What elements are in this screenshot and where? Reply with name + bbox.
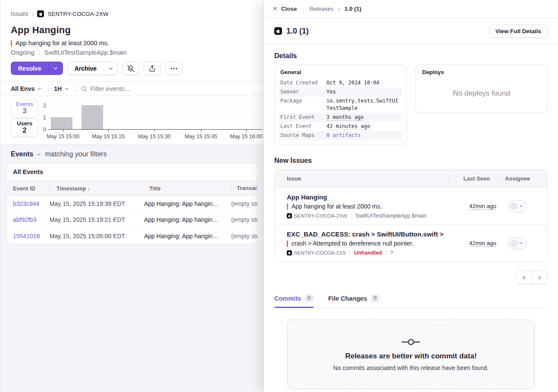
search-icon — [81, 86, 87, 92]
breadcrumb-issues-link[interactable]: Issues — [11, 10, 28, 17]
x-tick — [108, 130, 109, 132]
x-tick — [63, 130, 63, 132]
y-tick-label: 0 — [40, 127, 46, 133]
package-value: io.sentry.tests.SwiftUITestSample — [326, 97, 401, 112]
tab-commits[interactable]: Commits 0 — [274, 294, 313, 307]
deploys-card: Deploys No deploys found — [415, 64, 548, 113]
semver-value: Yes — [326, 88, 401, 96]
resolve-button[interactable]: Resolve — [11, 62, 49, 75]
x-tick — [246, 130, 247, 132]
time-range-selector[interactable]: 1H — [54, 85, 69, 92]
x-tick-label: May 15 15:30 — [138, 134, 171, 140]
assignee-dropdown[interactable] — [508, 237, 527, 249]
details-heading: Details — [274, 52, 548, 60]
issue-details-pane: Issues › SENTRY-COCOA-2XW App Hanging Ap… — [0, 0, 263, 392]
event-row[interactable]: 15541018 May 15, 2025 15:05:00 EDT App H… — [7, 228, 257, 244]
divider — [303, 6, 304, 12]
event-row[interactable]: b323c944 May 15, 2025 15:19:39 EDT App H… — [7, 196, 257, 212]
breadcrumb: Issues › SENTRY-COCOA-2XW — [11, 10, 253, 17]
release-detail-panel: ✕ Close Releases › 1.0 (1) 1.0 (1) View … — [263, 0, 558, 392]
previous-page-button[interactable] — [516, 271, 532, 284]
column-last-seen: Last Seen — [448, 175, 490, 182]
chevron-right-icon — [537, 275, 542, 280]
event-id-link[interactable]: abf92fb3 — [7, 216, 50, 223]
event-timestamp: May 15, 2025 15:05:00 EDT — [50, 233, 144, 240]
detail-row: Last Event 42 minutes ago — [279, 122, 402, 131]
chevron-down-icon — [53, 65, 59, 72]
tab-file-changes[interactable]: File Changes 0 — [328, 294, 379, 307]
users-count-toggle[interactable]: Users 2 — [11, 118, 38, 137]
detail-row: Source Maps 0 artifacts — [279, 131, 402, 140]
deploys-empty-message: No deploys found — [421, 78, 542, 108]
issue-message: crash > Attempted to dereference null po… — [292, 240, 414, 247]
events-count-toggle[interactable]: Events 3 — [11, 99, 38, 118]
x-tick-label: May 15 15:00 — [47, 134, 79, 140]
view-full-details-button[interactable]: View Full Details — [489, 25, 548, 38]
breadcrumb-short-id[interactable]: SENTRY-COCOA-2XW — [47, 11, 108, 17]
commits-count-badge: 0 — [304, 294, 313, 302]
divider — [39, 50, 40, 56]
column-title: Title — [149, 185, 161, 192]
environment-selector[interactable]: All Envs — [11, 85, 42, 92]
x-tick — [201, 130, 201, 132]
more-actions-button[interactable]: ⋯ — [165, 62, 182, 75]
bar-chart[interactable]: 2 1 0 May 15 15:00 May 15 15:15 May 15 1… — [48, 106, 263, 130]
empty-state-subtitle: No commits associated with this release … — [333, 364, 489, 371]
assignee-dropdown[interactable] — [508, 200, 527, 212]
event-id-link[interactable]: 15541018 — [7, 233, 50, 240]
event-id-link[interactable]: b323c944 — [7, 200, 50, 207]
detail-row: First Event 3 months ago — [279, 113, 402, 122]
sort-desc-icon: ↓ — [87, 185, 90, 192]
share-button[interactable] — [144, 62, 161, 75]
empty-state-title: Releases are better with commit data! — [345, 352, 476, 361]
file-changes-count-badge: 0 — [370, 294, 379, 302]
chevron-right-icon: › — [31, 11, 34, 17]
apple-platform-icon — [274, 27, 282, 35]
apple-platform-icon — [287, 213, 292, 218]
panel-breadcrumb-releases[interactable]: Releases — [310, 6, 334, 12]
resolve-dropdown-button[interactable] — [49, 62, 63, 75]
column-assignee: Assignee — [496, 175, 539, 182]
all-events-header: All Events — [7, 163, 257, 180]
chart-bar — [82, 105, 103, 129]
chevron-down-icon[interactable] — [36, 152, 42, 157]
archive-button[interactable]: Archive — [67, 62, 103, 75]
chevron-down-icon — [64, 86, 69, 92]
filter-events-input[interactable] — [90, 85, 253, 92]
column-event-id: Event ID — [7, 185, 50, 192]
chart-bar — [51, 117, 72, 129]
issue-row[interactable]: App Hanging App hanging for at least 200… — [275, 188, 547, 224]
issue-link[interactable]: App Hanging — [287, 193, 455, 201]
question-tag: ? — [390, 250, 393, 256]
column-timestamp[interactable]: Timestamp — [56, 185, 86, 192]
chevron-down-icon — [108, 65, 114, 72]
issue-link[interactable]: EXC_BAD_ACCESS: crash > SwiftUI/Button.s… — [287, 230, 455, 238]
general-card: General Date Created Oct 9, 2024 10:04 S… — [274, 64, 407, 145]
column-transaction: Transacti — [237, 185, 257, 191]
resolve-split-button: Resolve — [11, 62, 63, 75]
x-tick-label: May 15 16:00 — [230, 134, 263, 140]
archive-split-button: Archive — [67, 62, 118, 75]
next-page-button[interactable] — [532, 271, 547, 284]
event-timestamp: May 15, 2025 15:19:21 EDT — [50, 216, 144, 223]
event-row[interactable]: abf92fb3 May 15, 2025 15:19:21 EDT App H… — [7, 212, 257, 228]
archive-dropdown-button[interactable] — [103, 62, 118, 75]
share-upload-icon — [149, 65, 156, 72]
source-maps-link[interactable]: 0 artifacts — [326, 132, 361, 138]
events-section-title[interactable]: Events — [11, 150, 33, 158]
avatar — [510, 202, 518, 210]
date-created-value: Oct 9, 2024 10:04 — [326, 79, 401, 87]
events-count: 3 — [11, 107, 38, 115]
close-panel-button[interactable]: ✕ Close — [273, 5, 297, 12]
first-event-value: 3 months ago — [326, 114, 364, 120]
mute-button[interactable] — [122, 62, 139, 75]
commits-tabs: Commits 0 File Changes 0 — [274, 294, 548, 308]
divider — [48, 86, 48, 92]
issue-level-indicator — [11, 40, 12, 47]
panel-breadcrumb-current: 1.0 (1) — [345, 6, 361, 12]
x-tick — [154, 130, 155, 132]
chevron-down-icon — [519, 204, 524, 208]
gridline — [48, 106, 263, 106]
issue-row[interactable]: EXC_BAD_ACCESS: crash > SwiftUI/Button.s… — [275, 224, 547, 261]
issue-substatus: Ongoing — [11, 49, 34, 56]
